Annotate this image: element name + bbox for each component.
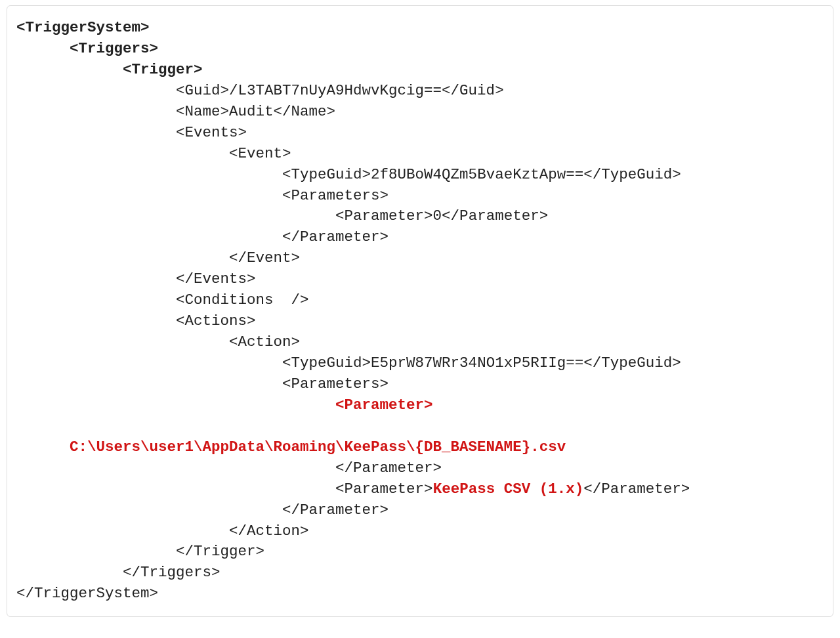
code-segment: <Action> (229, 333, 300, 351)
code-segment: </Parameter> (282, 501, 388, 519)
code-line: </TriggerSystem> (16, 584, 824, 605)
code-segment: <TypeGuid>2f8UBoW4QZm5BvaeKztApw==</Type… (282, 166, 681, 183)
indent (16, 249, 229, 266)
indent (16, 61, 123, 78)
indent (16, 354, 282, 372)
indent (16, 207, 335, 224)
code-line: <Name>Audit</Name> (16, 102, 824, 123)
code-segment: <Trigger> (123, 61, 203, 78)
code-segment: </Parameter> (335, 459, 442, 477)
code-segment: <Parameters> (282, 187, 388, 204)
indent (16, 124, 176, 141)
code-line: <Actions> (16, 311, 824, 332)
indent (16, 522, 229, 540)
indent (16, 396, 335, 414)
indent (16, 82, 176, 99)
code-line (16, 416, 824, 437)
code-segment: <Name>Audit</Name> (176, 103, 335, 120)
code-line: </Parameter> (16, 458, 824, 479)
indent (16, 375, 282, 393)
code-segment: <Parameter> (335, 396, 433, 414)
code-segment: <Parameters> (282, 375, 388, 393)
indent (16, 543, 176, 560)
code-segment: <Parameter>0</Parameter> (335, 207, 548, 224)
code-line: <Parameter>0</Parameter> (16, 206, 824, 227)
code-segment: C:\Users\user1\AppData\Roaming\KeePass\{… (70, 438, 566, 456)
indent (16, 40, 70, 57)
indent (16, 333, 229, 351)
code-line: <Parameter>KeePass CSV (1.x)</Parameter> (16, 479, 824, 500)
indent (16, 564, 123, 581)
indent (16, 480, 335, 498)
code-segment: <TriggerSystem> (16, 19, 150, 36)
indent (16, 438, 70, 456)
code-segment: <Guid>/L3TABT7nUyA9HdwvKgcig==</Guid> (176, 82, 504, 99)
code-line: <Events> (16, 123, 824, 144)
indent (16, 501, 282, 519)
code-segment: </TriggerSystem> (16, 585, 158, 602)
indent (16, 145, 229, 162)
code-line: <Parameter> (16, 395, 824, 416)
code-line: <Conditions /> (16, 290, 824, 311)
code-line: <TypeGuid>2f8UBoW4QZm5BvaeKztApw==</Type… (16, 165, 824, 186)
code-segment (16, 417, 26, 435)
code-line: <Action> (16, 332, 824, 353)
indent (16, 103, 176, 120)
code-line: <Triggers> (16, 39, 824, 60)
code-line: </Triggers> (16, 563, 824, 584)
code-line: <TriggerSystem> (16, 18, 824, 39)
code-segment: <Events> (176, 124, 247, 141)
code-line: <Guid>/L3TABT7nUyA9HdwvKgcig==</Guid> (16, 81, 824, 102)
code-segment: </Triggers> (123, 564, 220, 581)
xml-code: <TriggerSystem> <Triggers> <Trigger> <Gu… (16, 18, 824, 605)
code-line: C:\Users\user1\AppData\Roaming\KeePass\{… (16, 437, 824, 458)
code-segment: <Conditions /> (176, 291, 309, 308)
code-line: <Event> (16, 144, 824, 165)
code-segment: KeePass CSV (1.x) (433, 480, 584, 498)
code-block-frame: <TriggerSystem> <Triggers> <Trigger> <Gu… (7, 5, 833, 617)
code-segment: <Actions> (176, 312, 256, 330)
indent (16, 312, 176, 330)
code-segment: </Action> (229, 522, 309, 540)
indent (16, 291, 176, 308)
indent (16, 187, 282, 204)
code-segment: </Parameter> (583, 480, 690, 498)
code-segment: <Event> (229, 145, 291, 162)
code-line: <TypeGuid>E5prW87WRr34NO1xP5RIIg==</Type… (16, 353, 824, 374)
code-line: </Event> (16, 248, 824, 269)
indent (16, 270, 176, 287)
code-segment: <Parameter> (335, 480, 433, 498)
code-segment: </Parameter> (282, 228, 388, 245)
code-line: <Trigger> (16, 60, 824, 81)
indent (16, 228, 282, 245)
code-line: <Parameters> (16, 374, 824, 395)
code-line: </Trigger> (16, 542, 824, 563)
code-line: </Parameter> (16, 227, 824, 248)
code-segment: <TypeGuid>E5prW87WRr34NO1xP5RIIg==</Type… (282, 354, 681, 372)
code-segment: </Events> (176, 270, 256, 287)
code-line: <Parameters> (16, 186, 824, 207)
code-line: </Events> (16, 269, 824, 290)
code-segment: <Triggers> (70, 40, 158, 57)
indent (16, 166, 282, 183)
code-line: </Parameter> (16, 500, 824, 521)
code-segment: </Event> (229, 249, 300, 266)
indent (16, 459, 335, 477)
code-segment: </Trigger> (176, 543, 264, 560)
code-line: </Action> (16, 521, 824, 542)
